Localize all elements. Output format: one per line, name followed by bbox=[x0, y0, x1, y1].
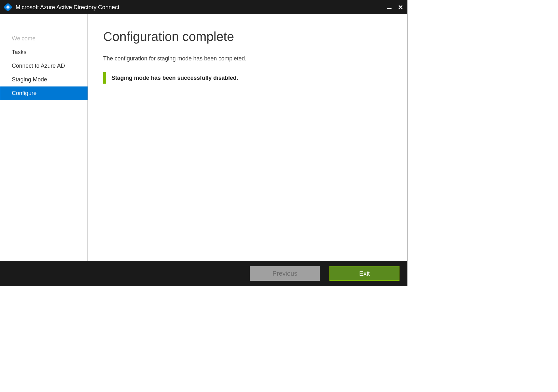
status-banner: Staging mode has been successfully disab… bbox=[103, 72, 392, 84]
sidebar-item-configure[interactable]: Configure bbox=[0, 86, 88, 100]
close-button[interactable]: ✕ bbox=[398, 4, 403, 10]
page-description: The configuration for staging mode has b… bbox=[103, 55, 392, 62]
window-controls: ✕ bbox=[387, 4, 403, 10]
sidebar: Welcome Tasks Connect to Azure AD Stagin… bbox=[0, 14, 88, 261]
sidebar-item-tasks[interactable]: Tasks bbox=[0, 45, 88, 59]
sidebar-item-welcome[interactable]: Welcome bbox=[0, 32, 88, 45]
page-heading: Configuration complete bbox=[103, 30, 392, 44]
footer: Previous Exit bbox=[0, 261, 407, 286]
status-message: Staging mode has been successfully disab… bbox=[111, 75, 238, 81]
titlebar: Microsoft Azure Active Directory Connect… bbox=[0, 0, 407, 14]
sidebar-item-staging-mode[interactable]: Staging Mode bbox=[0, 73, 88, 86]
minimize-button[interactable] bbox=[387, 8, 392, 9]
app-icon bbox=[4, 3, 12, 11]
sidebar-item-connect-to-azure-ad[interactable]: Connect to Azure AD bbox=[0, 59, 88, 73]
success-indicator-bar bbox=[103, 72, 106, 84]
main-content: Configuration complete The configuration… bbox=[88, 14, 407, 261]
previous-button: Previous bbox=[250, 266, 320, 281]
exit-button[interactable]: Exit bbox=[329, 266, 399, 281]
app-title: Microsoft Azure Active Directory Connect bbox=[16, 4, 387, 11]
